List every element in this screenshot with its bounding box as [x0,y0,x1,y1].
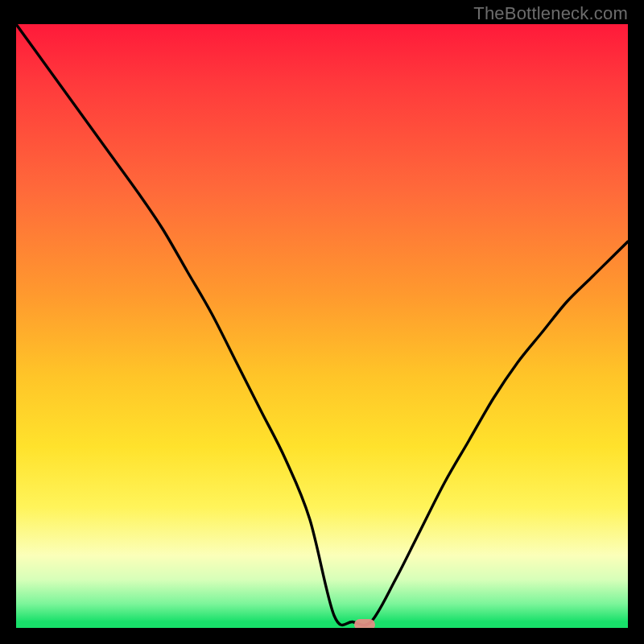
minimum-marker [354,619,375,628]
bottleneck-curve [16,24,628,628]
plot-area [16,24,628,628]
watermark-text: TheBottleneck.com [473,3,628,24]
curve-path [16,24,628,625]
chart-frame: TheBottleneck.com [0,0,644,644]
